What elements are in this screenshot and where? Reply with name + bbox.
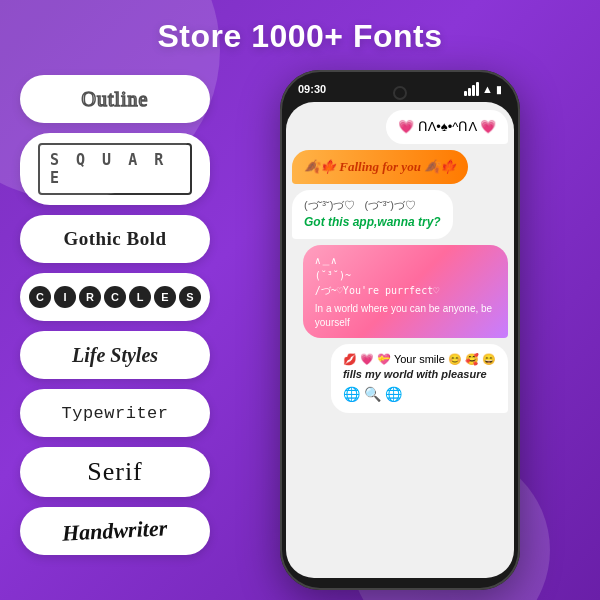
- chat-bubble-3: (づ˘³˘)づ♡ (づ˘³˘)づ♡ Got this app,wanna try…: [292, 190, 453, 238]
- status-bar: 09:30 ▲ ▮: [286, 82, 514, 102]
- signal-icon: [464, 82, 479, 96]
- wifi-icon: ▲: [482, 83, 493, 95]
- chat-bubble-5: 💋 💗 💝 Your smile 😊 🥰 😄 fills my world wi…: [331, 344, 508, 413]
- chat-bubble-4: ∧＿∧(˘³˘)~/づ~♡You're purrfect♡ In a world…: [303, 245, 508, 338]
- font-label-typewriter: Typewriter: [61, 404, 168, 423]
- battery-icon: ▮: [496, 84, 502, 95]
- time-display: 09:30: [298, 83, 326, 95]
- font-label-serif: Serif: [87, 457, 143, 487]
- font-label-handwriter: Handwriter: [62, 515, 168, 546]
- camera-notch: [393, 86, 407, 100]
- font-item-gothic[interactable]: Gothic Bold: [20, 215, 210, 263]
- font-label-gothic: Gothic Bold: [63, 228, 166, 250]
- phone-device: 09:30 ▲ ▮: [280, 70, 520, 590]
- circles-wrapper: C I R C L E S: [29, 286, 201, 308]
- chat-bubble-1: 💗 ՈΛ•♠•^ՈΛ 💗: [386, 110, 508, 144]
- phone-screen: 💗 ՈΛ•♠•^ՈΛ 💗 🍂🍁 Falling for you 🍂🍁 (づ˘³˘…: [286, 102, 514, 578]
- font-item-handwriter[interactable]: Handwriter: [20, 507, 210, 555]
- status-icons: ▲ ▮: [464, 82, 502, 96]
- font-item-typewriter[interactable]: Typewriter: [20, 389, 210, 437]
- font-label-lifestyle: Life Styles: [72, 344, 158, 367]
- font-item-circles[interactable]: C I R C L E S: [20, 273, 210, 321]
- font-item-serif[interactable]: Serif: [20, 447, 210, 497]
- font-item-lifestyle[interactable]: Life Styles: [20, 331, 210, 379]
- chat-bubble-2: 🍂🍁 Falling for you 🍂🍁: [292, 150, 468, 184]
